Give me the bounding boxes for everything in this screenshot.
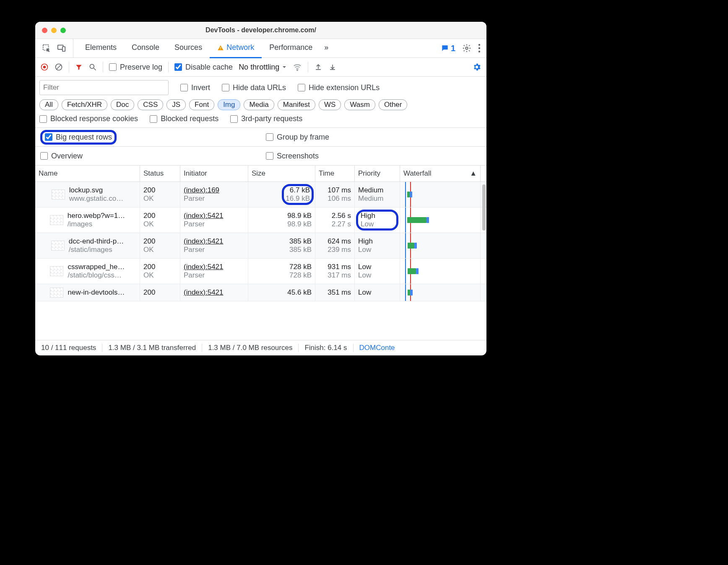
minimize-window-button[interactable] bbox=[51, 28, 57, 33]
svg-line-12 bbox=[57, 65, 61, 69]
sort-up-icon: ▲ bbox=[470, 169, 477, 178]
import-har-icon[interactable] bbox=[328, 63, 337, 71]
svg-point-5 bbox=[465, 47, 468, 49]
filter-input[interactable] bbox=[39, 80, 169, 95]
type-pill-all[interactable]: All bbox=[39, 99, 58, 110]
svg-point-10 bbox=[43, 66, 46, 69]
titlebar: DevTools - developer.chrome.com/ bbox=[35, 22, 486, 39]
type-pill-img[interactable]: Img bbox=[218, 99, 240, 110]
filter-icon[interactable] bbox=[75, 63, 83, 71]
resource-thumbnail bbox=[52, 189, 65, 200]
blocked-cookies-checkbox[interactable]: Blocked response cookies bbox=[39, 114, 138, 123]
search-icon[interactable] bbox=[88, 63, 97, 71]
col-size[interactable]: Size bbox=[248, 166, 315, 181]
disable-cache-checkbox[interactable]: Disable cache bbox=[174, 63, 233, 72]
preserve-log-checkbox[interactable]: Preserve log bbox=[109, 63, 162, 72]
device-toolbar-icon[interactable] bbox=[57, 44, 66, 53]
zoom-window-button[interactable] bbox=[60, 28, 66, 33]
col-priority[interactable]: Priority bbox=[355, 166, 400, 181]
record-button[interactable] bbox=[40, 63, 49, 71]
svg-point-6 bbox=[478, 44, 480, 46]
tab-network[interactable]: Network bbox=[210, 39, 262, 58]
svg-line-14 bbox=[94, 68, 96, 70]
type-pill-media[interactable]: Media bbox=[244, 99, 274, 110]
resource-type-pills: AllFetch/XHRDocCSSJSFontImgMediaManifest… bbox=[39, 99, 482, 110]
tab-console[interactable]: Console bbox=[124, 39, 167, 58]
type-pill-css[interactable]: CSS bbox=[138, 99, 163, 110]
table-row[interactable]: lockup.svgwww.gstatic.co…200OK(index):16… bbox=[35, 182, 486, 207]
window-title: DevTools - developer.chrome.com/ bbox=[35, 26, 486, 34]
chevron-down-icon bbox=[282, 65, 287, 70]
third-party-checkbox[interactable]: 3rd-party requests bbox=[230, 114, 302, 123]
big-request-rows-highlight: Big request rows bbox=[40, 130, 117, 145]
svg-rect-3 bbox=[220, 47, 221, 49]
network-settings-gear-icon[interactable] bbox=[472, 62, 481, 72]
devtools-window: DevTools - developer.chrome.com/ Element… bbox=[35, 22, 486, 355]
big-request-rows-checkbox[interactable]: Big request rows bbox=[45, 133, 112, 142]
svg-rect-4 bbox=[220, 49, 221, 49]
svg-rect-2 bbox=[62, 47, 65, 51]
inspect-element-icon[interactable] bbox=[42, 44, 51, 53]
status-domcontent: DOMConte bbox=[354, 344, 401, 352]
invert-checkbox[interactable]: Invert bbox=[180, 83, 210, 92]
col-name[interactable]: Name bbox=[35, 166, 140, 181]
close-window-button[interactable] bbox=[42, 28, 47, 33]
type-pill-wasm[interactable]: Wasm bbox=[344, 99, 375, 110]
settings-gear-icon[interactable] bbox=[462, 44, 471, 53]
svg-point-15 bbox=[297, 70, 298, 70]
status-bar: 10 / 111 requests 1.3 MB / 3.1 MB transf… bbox=[35, 340, 486, 355]
type-pill-fetchxhr[interactable]: Fetch/XHR bbox=[62, 99, 107, 110]
type-pill-js[interactable]: JS bbox=[166, 99, 186, 110]
issues-button[interactable]: 1 bbox=[441, 44, 455, 53]
throttling-select[interactable]: No throttling bbox=[239, 63, 287, 72]
table-row[interactable]: new-in-devtools…200(index):542145.6 kB35… bbox=[35, 284, 486, 301]
col-time[interactable]: Time bbox=[315, 166, 355, 181]
svg-point-13 bbox=[90, 64, 94, 68]
table-row[interactable]: hero.webp?w=1…/images200OK(index):5421Pa… bbox=[35, 207, 486, 233]
requests-table: Name Status Initiator Size Time Priority… bbox=[35, 166, 486, 340]
table-header-row: Name Status Initiator Size Time Priority… bbox=[35, 166, 486, 182]
table-row[interactable]: dcc-end-third-p…/static/images200OK(inde… bbox=[35, 233, 486, 259]
resource-thumbnail bbox=[50, 288, 63, 298]
main-tab-row: Elements Console Sources Network Perform… bbox=[35, 39, 486, 58]
tab-sources[interactable]: Sources bbox=[167, 39, 210, 58]
tab-elements[interactable]: Elements bbox=[78, 39, 124, 58]
status-requests: 10 / 111 requests bbox=[35, 344, 102, 352]
type-pill-ws[interactable]: WS bbox=[319, 99, 341, 110]
col-initiator[interactable]: Initiator bbox=[180, 166, 248, 181]
warning-icon bbox=[217, 44, 224, 51]
network-conditions-icon[interactable] bbox=[293, 62, 302, 72]
type-pill-other[interactable]: Other bbox=[379, 99, 408, 110]
type-pill-manifest[interactable]: Manifest bbox=[278, 99, 315, 110]
resource-thumbnail bbox=[51, 241, 65, 251]
filter-area: Invert Hide data URLs Hide extension URL… bbox=[35, 77, 486, 128]
overview-checkbox[interactable]: Overview bbox=[40, 152, 261, 161]
blocked-requests-checkbox[interactable]: Blocked requests bbox=[150, 114, 218, 123]
table-scrollbar[interactable] bbox=[482, 184, 486, 231]
hide-extension-urls-checkbox[interactable]: Hide extension URLs bbox=[298, 83, 380, 92]
svg-point-7 bbox=[478, 47, 480, 49]
col-waterfall[interactable]: Waterfall▲ bbox=[400, 166, 481, 181]
status-transferred: 1.3 MB / 3.1 MB transferred bbox=[102, 344, 202, 352]
col-status[interactable]: Status bbox=[140, 166, 180, 181]
network-toolbar: Preserve log Disable cache No throttling bbox=[35, 58, 486, 77]
network-view-settings: Big request rows Group by frame Overview… bbox=[35, 128, 486, 166]
tab-performance[interactable]: Performance bbox=[262, 39, 320, 58]
export-har-icon[interactable] bbox=[314, 63, 322, 71]
group-by-frame-checkbox[interactable]: Group by frame bbox=[266, 133, 486, 142]
resource-thumbnail bbox=[50, 215, 63, 225]
type-pill-font[interactable]: Font bbox=[189, 99, 214, 110]
screenshots-checkbox[interactable]: Screenshots bbox=[266, 152, 486, 161]
type-pill-doc[interactable]: Doc bbox=[111, 99, 134, 110]
panel-tabs: Elements Console Sources Network Perform… bbox=[73, 39, 435, 57]
svg-point-8 bbox=[478, 51, 480, 52]
tabs-overflow-button[interactable]: » bbox=[320, 39, 333, 58]
kebab-menu-icon[interactable] bbox=[478, 44, 481, 53]
hide-data-urls-checkbox[interactable]: Hide data URLs bbox=[222, 83, 286, 92]
status-finish: Finish: 6.14 s bbox=[299, 344, 353, 352]
status-resources: 1.3 MB / 7.0 MB resources bbox=[202, 344, 299, 352]
issues-count: 1 bbox=[451, 44, 455, 53]
traffic-lights bbox=[35, 28, 66, 33]
table-row[interactable]: csswrapped_he…/static/blog/css…200OK(ind… bbox=[35, 259, 486, 284]
clear-button[interactable] bbox=[55, 63, 63, 71]
